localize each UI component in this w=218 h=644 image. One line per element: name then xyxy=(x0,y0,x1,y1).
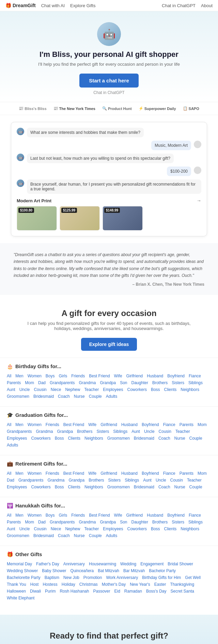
other-link-7[interactable]: Wedding Shower xyxy=(7,568,38,573)
other-link-38[interactable]: White Elephant xyxy=(7,596,34,600)
chatgpt-link[interactable]: Chat in ChatGPT xyxy=(14,90,204,95)
birthday-link-cousin[interactable]: Cousin xyxy=(34,387,46,392)
birthday-link-couple[interactable]: Couple xyxy=(89,394,102,399)
ret-link-1[interactable]: Men xyxy=(15,471,23,476)
ret-link-20[interactable]: Uncle xyxy=(156,478,166,483)
ret-link-13[interactable]: Grandparents xyxy=(18,478,43,483)
birthday-link-parents[interactable]: Parents xyxy=(7,380,21,385)
han-link-18[interactable]: Son xyxy=(120,520,127,524)
birthday-link-boss[interactable]: Boss xyxy=(151,387,160,392)
grad-link-3[interactable]: Friends xyxy=(46,422,59,427)
other-link-4[interactable]: Wedding xyxy=(120,562,136,566)
other-link-29[interactable]: Halloween xyxy=(7,589,26,594)
ret-link-21[interactable]: Cousin xyxy=(170,478,183,483)
ret-link-28[interactable]: Groomsmen xyxy=(107,485,130,489)
birthday-link-girls[interactable]: Girls xyxy=(59,374,67,378)
other-link-14[interactable]: Baptism xyxy=(45,575,59,580)
nav-chat-ai[interactable]: Chat with AI xyxy=(41,3,65,8)
grad-link-24[interactable]: Boss xyxy=(55,436,64,441)
other-link-18[interactable]: Birthday Gifts for Him xyxy=(142,575,181,580)
birthday-link-men[interactable]: Men xyxy=(15,374,23,378)
ret-link-5[interactable]: Wife xyxy=(88,471,96,476)
han-link-24[interactable]: Uncle xyxy=(19,527,30,531)
ret-link-24[interactable]: Coworkers xyxy=(31,485,50,489)
grad-link-23[interactable]: Coworkers xyxy=(31,436,50,441)
birthday-link-coach[interactable]: Coach xyxy=(58,394,70,399)
other-link-11[interactable]: Bar Mitzvah xyxy=(123,568,145,573)
han-link-34[interactable]: Groomsmen xyxy=(7,533,29,538)
han-link-29[interactable]: Employees xyxy=(103,527,123,531)
han-link-38[interactable]: Couple xyxy=(89,533,102,538)
han-link-3[interactable]: Boys xyxy=(46,513,55,518)
birthday-link-fiance[interactable]: Fiance xyxy=(189,374,201,378)
birthday-link-nephew[interactable]: Nephew xyxy=(65,387,80,392)
birthday-link-nurse[interactable]: Nurse xyxy=(74,394,85,399)
han-link-21[interactable]: Sisters xyxy=(172,520,184,524)
ret-link-32[interactable]: Couple xyxy=(189,485,202,489)
grad-link-9[interactable]: Fiance xyxy=(163,422,175,427)
birthday-link-dad[interactable]: Dad xyxy=(38,380,46,385)
other-link-36[interactable]: Boss's Day xyxy=(146,589,167,594)
other-link-32[interactable]: Rosh Hashanah xyxy=(60,589,89,594)
grad-link-31[interactable]: Couple xyxy=(189,436,202,441)
han-link-23[interactable]: Aunt xyxy=(7,527,15,531)
han-link-25[interactable]: Cousin xyxy=(34,527,46,531)
ret-link-27[interactable]: Neighbors xyxy=(84,485,103,489)
birthday-link-daughter[interactable]: Daughter xyxy=(131,380,148,385)
ret-link-14[interactable]: Grandma xyxy=(47,478,64,483)
other-link-27[interactable]: Easter xyxy=(154,582,166,587)
han-link-0[interactable]: All xyxy=(7,513,11,518)
birthday-link-grandma[interactable]: Grandma xyxy=(79,380,96,385)
han-link-4[interactable]: Girls xyxy=(59,513,67,518)
ret-link-16[interactable]: Brothers xyxy=(89,478,104,483)
han-link-6[interactable]: Best Friend xyxy=(89,513,110,518)
grad-link-19[interactable]: Uncle xyxy=(144,429,155,434)
other-link-0[interactable]: Memorial Day xyxy=(7,562,32,566)
han-link-27[interactable]: Nephew xyxy=(65,527,80,531)
birthday-link-siblings[interactable]: Siblings xyxy=(188,380,203,385)
han-link-9[interactable]: Husband xyxy=(147,513,163,518)
other-link-15[interactable]: New Job xyxy=(63,575,79,580)
ret-link-10[interactable]: Parents xyxy=(180,471,193,476)
grad-link-6[interactable]: Girlfriend xyxy=(100,422,117,427)
birthday-link-wife[interactable]: Wife xyxy=(114,374,122,378)
han-link-28[interactable]: Teacher xyxy=(84,527,99,531)
product-section-arrow[interactable]: → xyxy=(197,198,201,203)
ret-link-25[interactable]: Boss xyxy=(55,485,64,489)
ret-link-12[interactable]: Dad xyxy=(7,478,14,483)
han-link-35[interactable]: Bridesmaid xyxy=(33,533,54,538)
other-link-9[interactable]: Quinceañera xyxy=(71,568,94,573)
han-link-31[interactable]: Boss xyxy=(151,527,160,531)
ret-link-18[interactable]: Siblings xyxy=(125,478,139,483)
other-link-3[interactable]: Housewarming xyxy=(89,562,116,566)
birthday-link-niece[interactable]: Niece xyxy=(51,387,61,392)
ret-link-3[interactable]: Friends xyxy=(46,471,59,476)
other-link-21[interactable]: Host xyxy=(30,582,39,587)
ret-link-30[interactable]: Coach xyxy=(158,485,170,489)
grad-link-21[interactable]: Teacher xyxy=(175,429,190,434)
grad-link-20[interactable]: Cousin xyxy=(159,429,171,434)
grad-link-26[interactable]: Neighbors xyxy=(84,436,103,441)
birthday-link-groomsmen[interactable]: Groomsmen xyxy=(7,394,29,399)
grad-link-10[interactable]: Parents xyxy=(180,422,193,427)
other-link-16[interactable]: Promotion xyxy=(83,575,102,580)
other-link-19[interactable]: Get Well xyxy=(185,575,201,580)
ret-link-4[interactable]: Best Friend xyxy=(63,471,84,476)
ret-link-2[interactable]: Women xyxy=(28,471,42,476)
birthday-link-husband[interactable]: Husband xyxy=(147,374,163,378)
birthday-link-clients[interactable]: Clients xyxy=(164,387,177,392)
han-link-14[interactable]: Dad xyxy=(38,520,46,524)
other-link-12[interactable]: Bachelor Party xyxy=(149,568,176,573)
birthday-link-boyfriend[interactable]: Boyfriend xyxy=(167,374,185,378)
han-link-2[interactable]: Women xyxy=(28,513,42,518)
other-link-5[interactable]: Engagement xyxy=(140,562,164,566)
birthday-link-girlfriend[interactable]: Girlfriend xyxy=(126,374,143,378)
product-card-2[interactable]: $125.99 xyxy=(60,206,100,231)
product-card-3[interactable]: $148.99 xyxy=(103,206,143,231)
other-link-17[interactable]: Work Anniversary xyxy=(106,575,138,580)
logo[interactable]: 🎁 DreamGift xyxy=(5,3,36,8)
ret-link-0[interactable]: All xyxy=(7,471,11,476)
nav-explore-gifts[interactable]: Explore Gifts xyxy=(70,3,95,8)
ret-link-26[interactable]: Clients xyxy=(68,485,80,489)
grad-link-5[interactable]: Wife xyxy=(88,422,96,427)
